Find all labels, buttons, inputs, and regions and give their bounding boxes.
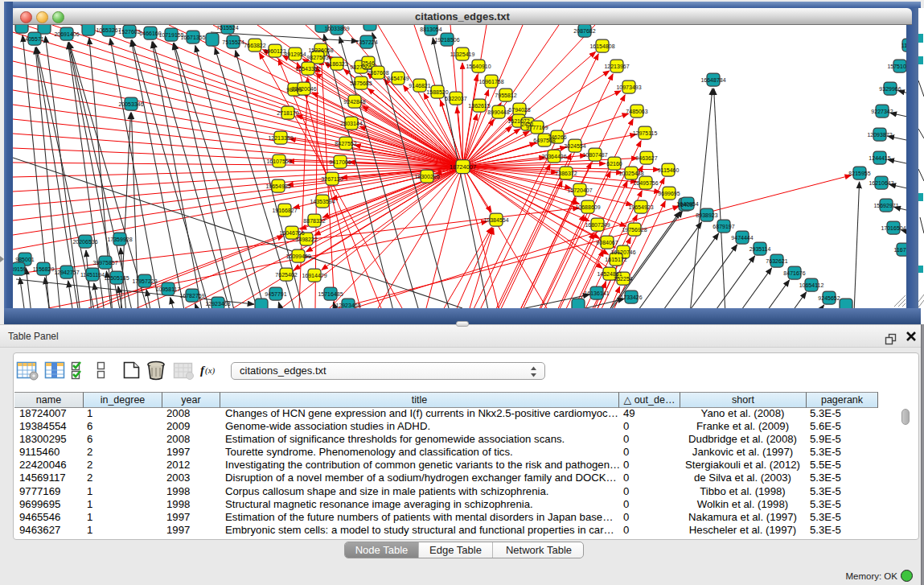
svg-text:16154808: 16154808: [589, 43, 614, 49]
svg-text:9242848: 9242848: [343, 99, 365, 105]
svg-text:252254: 252254: [614, 276, 632, 282]
svg-text:10973493: 10973493: [616, 84, 641, 90]
svg-text:7386372: 7386372: [555, 171, 577, 176]
svg-text:18724007: 18724007: [450, 163, 476, 171]
svg-text:11325419: 11325419: [450, 51, 475, 57]
svg-text:16120746: 16120746: [610, 249, 635, 255]
svg-text:18300295: 18300295: [414, 174, 439, 179]
svg-text:7357224: 7357224: [355, 39, 377, 45]
svg-text:17957223: 17957223: [132, 278, 157, 284]
svg-text:16099489: 16099489: [285, 253, 310, 259]
svg-text:9417006: 9417006: [329, 159, 351, 165]
svg-text:20206536: 20206536: [72, 239, 97, 245]
svg-text:12093872: 12093872: [867, 132, 892, 138]
svg-text:16782759: 16782759: [179, 293, 204, 299]
svg-text:39975857: 39975857: [92, 260, 117, 266]
svg-text:1733426: 1733426: [620, 295, 642, 300]
svg-text:16033809: 16033809: [324, 26, 349, 31]
svg-text:12923468: 12923468: [335, 303, 360, 308]
svg-text:23420046: 23420046: [291, 86, 316, 92]
svg-text:2935114: 2935114: [749, 246, 771, 252]
svg-text:19384554: 19384554: [483, 217, 508, 223]
svg-text:5322037: 5322037: [445, 96, 466, 101]
svg-text:19218506: 19218506: [434, 37, 459, 43]
svg-text:19756928: 19756928: [622, 227, 647, 233]
svg-text:12942757: 12942757: [54, 270, 79, 275]
svg-text:9329966: 9329966: [879, 86, 901, 92]
svg-text:17359928: 17359928: [107, 237, 132, 242]
svg-text:9827503: 9827503: [306, 55, 328, 60]
svg-text:16495756: 16495756: [633, 180, 658, 186]
svg-text:(x): (x): [205, 365, 216, 376]
svg-text:16210643: 16210643: [869, 180, 893, 186]
svg-text:985001: 985001: [15, 257, 34, 262]
svg-text:11120: 11120: [901, 43, 906, 48]
svg-text:1156829: 1156829: [33, 266, 55, 272]
svg-text:6794028: 6794028: [508, 107, 530, 113]
svg-text:15226058: 15226058: [308, 47, 333, 53]
svg-text:9245652: 9245652: [818, 295, 840, 301]
svg-text:16961758: 16961758: [478, 79, 503, 84]
svg-text:2803144: 2803144: [340, 121, 362, 126]
svg-text:116753: 116753: [894, 247, 906, 253]
svg-text:10688609: 10688609: [575, 204, 600, 210]
svg-text:15640910: 15640910: [466, 64, 491, 69]
svg-text:20691406: 20691406: [54, 31, 79, 37]
svg-text:2867608: 2867608: [367, 70, 388, 76]
svg-text:10025438: 10025438: [618, 171, 643, 176]
svg-text:2546: 2546: [362, 60, 375, 66]
svg-text:62160: 62160: [606, 161, 622, 167]
svg-text:16648784: 16648784: [700, 77, 725, 83]
svg-text:1588520: 1588520: [426, 89, 448, 95]
svg-text:8990448: 8990448: [487, 109, 509, 115]
svg-text:9463627: 9463627: [635, 155, 657, 161]
svg-text:15720407: 15720407: [567, 187, 592, 193]
svg-text:7485063: 7485063: [626, 109, 647, 114]
svg-text:8813054: 8813054: [420, 27, 441, 32]
svg-text:7515524: 7515524: [216, 25, 238, 31]
svg-text:12505185: 12505185: [104, 275, 129, 281]
svg-text:9146821: 9146821: [409, 83, 430, 89]
svg-text:9115460: 9115460: [658, 167, 680, 173]
svg-text:19654923: 19654923: [628, 204, 653, 210]
svg-text:19654985: 19654985: [265, 183, 290, 189]
svg-text:9777169: 9777169: [526, 125, 548, 130]
svg-text:10653267: 10653267: [96, 27, 121, 33]
svg-text:11451194: 11451194: [80, 272, 105, 278]
svg-text:17016504: 17016504: [881, 225, 906, 231]
svg-text:9084067: 9084067: [596, 240, 618, 245]
svg-text:8471676: 8471676: [783, 270, 805, 276]
svg-text:10807487: 10807487: [582, 152, 607, 158]
svg-text:19166827: 19166827: [272, 208, 297, 213]
svg-text:12975115: 12975115: [633, 130, 658, 136]
svg-text:1527602: 1527602: [118, 29, 140, 35]
svg-text:746266: 746266: [548, 134, 566, 140]
svg-text:16543382: 16543382: [295, 66, 320, 72]
svg-text:20053346: 20053346: [118, 101, 143, 107]
svg-text:9457791: 9457791: [265, 291, 286, 297]
svg-text:1615172: 1615172: [605, 257, 626, 262]
svg-text:3267130: 3267130: [321, 176, 343, 182]
svg-text:8938923: 8938923: [696, 212, 717, 218]
svg-text:8427552: 8427552: [335, 141, 356, 146]
svg-text:9699695: 9699695: [658, 191, 680, 196]
svg-text:10654112: 10654112: [799, 282, 824, 288]
svg-text:7663822: 7663822: [244, 43, 265, 48]
svg-text:16807249: 16807249: [585, 222, 610, 228]
svg-text:3024554: 3024554: [564, 143, 585, 149]
svg-text:10958117: 10958117: [156, 286, 181, 292]
svg-text:8454749: 8454749: [387, 76, 409, 81]
svg-text:16914479: 16914479: [302, 273, 326, 278]
svg-text:16046766: 16046766: [279, 230, 304, 236]
svg-text:7632621: 7632621: [766, 258, 787, 264]
svg-text:2087682: 2087682: [573, 28, 595, 34]
svg-text:15716485: 15716485: [318, 291, 343, 297]
svg-text:7515524: 7515524: [222, 39, 244, 45]
svg-text:12213967: 12213967: [604, 64, 629, 69]
svg-text:1244415: 1244415: [869, 155, 890, 161]
svg-text:16136141: 16136141: [584, 290, 609, 296]
svg-text:6879197: 6879197: [713, 224, 734, 229]
svg-text:7955812: 7955812: [495, 93, 516, 98]
svg-text:14055714: 14055714: [22, 36, 47, 42]
svg-text:8186323: 8186323: [326, 61, 347, 67]
